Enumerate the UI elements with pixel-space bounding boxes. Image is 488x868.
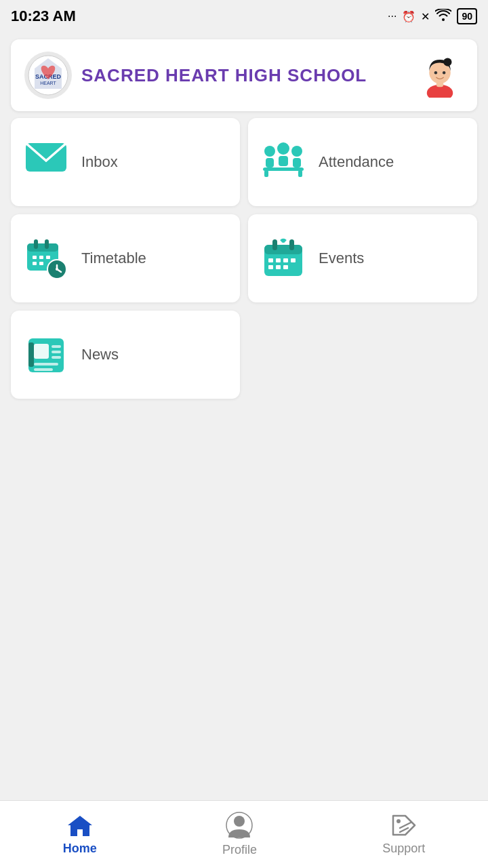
svg-rect-35 [289, 239, 294, 250]
timetable-label: Timetable [81, 250, 146, 267]
svg-line-56 [400, 828, 408, 832]
news-label: News [81, 346, 119, 363]
svg-rect-36 [268, 258, 273, 262]
svg-point-31 [56, 268, 58, 271]
inbox-label: Inbox [81, 153, 118, 171]
svg-rect-24 [39, 256, 43, 259]
svg-point-53 [234, 816, 245, 827]
nav-support-label: Support [382, 842, 425, 856]
events-icon [262, 237, 305, 280]
svg-rect-26 [33, 262, 37, 265]
svg-rect-42 [283, 265, 288, 269]
svg-rect-40 [268, 265, 273, 269]
news-card[interactable]: News [11, 311, 240, 399]
menu-grid: Inbox Attendance [11, 118, 477, 399]
sim-icon: ✕ [421, 10, 430, 23]
svg-rect-50 [34, 368, 53, 371]
svg-rect-33 [264, 245, 302, 254]
svg-point-12 [277, 142, 289, 155]
mail-icon [24, 140, 68, 184]
svg-rect-48 [52, 356, 61, 359]
svg-rect-23 [33, 256, 37, 259]
battery-indicator: 90 [457, 8, 477, 24]
svg-point-54 [396, 819, 401, 823]
news-icon [24, 333, 68, 376]
wifi-icon [435, 9, 451, 24]
timetable-icon [24, 237, 68, 280]
nav-home[interactable]: Home [43, 806, 117, 863]
attendance-label: Attendance [319, 153, 394, 171]
svg-rect-34 [272, 239, 277, 250]
alarm-icon: ⏰ [402, 10, 415, 23]
nav-profile[interactable]: Profile [202, 805, 277, 864]
svg-rect-21 [34, 239, 38, 249]
nav-home-label: Home [63, 842, 97, 856]
svg-rect-17 [264, 170, 268, 177]
svg-rect-41 [276, 265, 281, 269]
svg-rect-51 [28, 342, 34, 367]
svg-rect-37 [276, 258, 281, 262]
svg-point-43 [281, 239, 285, 243]
events-label: Events [319, 250, 364, 267]
svg-text:HEART: HEART [40, 81, 56, 85]
svg-point-8 [443, 71, 445, 74]
attendance-card[interactable]: Attendance [248, 118, 477, 206]
svg-point-10 [264, 146, 275, 157]
svg-rect-39 [291, 258, 296, 262]
svg-rect-16 [263, 167, 304, 171]
status-bar: 10:23 AM ··· ⏰ ✕ 90 [0, 0, 488, 33]
svg-rect-45 [34, 344, 49, 359]
svg-rect-49 [34, 363, 58, 366]
timetable-card[interactable]: Timetable [11, 214, 240, 302]
student-avatar[interactable] [416, 50, 464, 100]
svg-rect-22 [45, 239, 49, 249]
svg-point-14 [291, 146, 302, 157]
svg-rect-47 [52, 351, 61, 353]
svg-rect-38 [283, 258, 288, 262]
status-time: 10:23 AM [11, 7, 76, 25]
nav-profile-label: Profile [222, 843, 257, 857]
status-icons: ··· ⏰ ✕ 90 [388, 8, 477, 24]
dots-icon: ··· [388, 10, 396, 22]
school-header: SACRED HEART SACRED HEART HIGH SCHOOL [11, 39, 477, 111]
school-info: SACRED HEART SACRED HEART HIGH SCHOOL [24, 52, 367, 99]
svg-rect-18 [298, 170, 302, 177]
svg-rect-13 [279, 156, 288, 166]
school-title: SACRED HEART HIGH SCHOOL [81, 65, 367, 86]
events-card[interactable]: Events [248, 214, 477, 302]
nav-support[interactable]: Support [362, 806, 445, 863]
svg-rect-11 [266, 158, 274, 167]
inbox-card[interactable]: Inbox [11, 118, 240, 206]
svg-rect-15 [293, 158, 301, 167]
svg-rect-20 [27, 243, 58, 252]
attendance-icon [262, 140, 305, 184]
bottom-nav: Home Profile Support [0, 800, 488, 868]
svg-rect-25 [46, 256, 50, 259]
svg-point-6 [443, 58, 451, 66]
svg-rect-27 [39, 262, 43, 265]
school-logo: SACRED HEART [24, 52, 72, 99]
svg-line-55 [400, 823, 411, 828]
svg-point-7 [434, 71, 437, 74]
svg-rect-46 [52, 345, 61, 348]
